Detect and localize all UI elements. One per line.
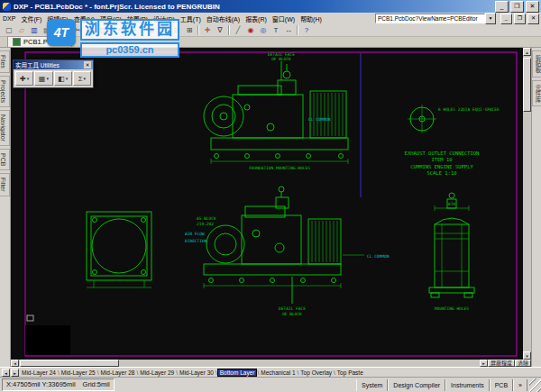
- cross-probe-icon: ✛: [205, 24, 211, 36]
- layer-tab-1[interactable]: Mid-Layer 25: [60, 369, 97, 376]
- clear-button[interactable]: 清除: [515, 360, 531, 367]
- view-selector-value: PCB1.PcbDoc?ViewName=PCBEditor: [375, 14, 485, 23]
- close-icon[interactable]: ✕: [84, 61, 91, 68]
- radiator-front-view: [87, 212, 151, 287]
- layer-scroll-left-icon[interactable]: ◄: [2, 369, 10, 377]
- room-tools-button[interactable]: Σ▾: [73, 71, 91, 86]
- layer-tab-bar: ◄ ► Mid-Layer 24\Mid-Layer 25\Mid-Layer …: [0, 367, 541, 377]
- panel-button-2[interactable]: Instruments: [445, 379, 490, 391]
- svg-text:DIRECTION: DIRECTION: [185, 239, 207, 243]
- left-panel-tab-strip: FilesProjectsNavigatorPCBFilter: [0, 48, 11, 367]
- horizontal-scroll-thumb[interactable]: [20, 360, 119, 367]
- new-document-icon: ▢: [5, 24, 13, 36]
- layer-tab-6[interactable]: Mechanical 1: [259, 369, 297, 376]
- resize-grip[interactable]: [529, 378, 541, 392]
- svg-text:CL COMMON: CL COMMON: [367, 254, 390, 259]
- layer-scroll-right-icon[interactable]: ►: [11, 369, 19, 377]
- utility-tools-button[interactable]: ✚▾: [15, 71, 33, 86]
- horizontal-scrollbar[interactable]: ◄ ► 屏蔽程度 清除: [11, 360, 531, 367]
- save-document-button[interactable]: ▥: [28, 24, 41, 36]
- engine-side-view-top: [204, 61, 348, 164]
- vertical-scroll-thumb[interactable]: [523, 58, 531, 112]
- sidebar-tab-files[interactable]: Files: [0, 50, 10, 73]
- place-pad-button[interactable]: ◉: [244, 24, 257, 36]
- svg-text:CL COMMON: CL COMMON: [308, 117, 331, 122]
- place-pad-icon: ◉: [248, 24, 254, 36]
- scroll-down-icon[interactable]: ▼: [523, 351, 531, 360]
- panel-button-0[interactable]: System: [356, 379, 388, 391]
- minimize-button[interactable]: _: [495, 1, 509, 13]
- pcb-editor-canvas[interactable]: DETAIL FACE OF BLOCK CL COMMON FOUNDATIO…: [11, 48, 523, 360]
- place-string-button[interactable]: T: [270, 24, 282, 36]
- panel-button-4[interactable]: »: [513, 379, 527, 391]
- scroll-right-icon[interactable]: ►: [480, 360, 488, 367]
- dropdown-arrow-icon: ▾: [84, 76, 87, 81]
- toolbar-separator: [197, 25, 199, 35]
- place-dimension-icon: ↔: [285, 24, 292, 36]
- svg-text:EXHAUST OUTLET CONNECTION: EXHAUST OUTLET CONNECTION: [405, 150, 480, 156]
- utility-tools-icon: ✚: [20, 75, 26, 83]
- help-button[interactable]: ?: [300, 24, 313, 36]
- maximize-button[interactable]: ❐: [510, 1, 524, 13]
- grid-setting: Grid:5mil: [83, 379, 110, 390]
- child-close-button[interactable]: ✕: [527, 14, 539, 24]
- new-document-button[interactable]: ▢: [3, 24, 15, 36]
- save-document-icon: ▥: [31, 24, 38, 36]
- sidebar-tab-navigator[interactable]: Navigator: [0, 110, 10, 146]
- dimension-tools-button[interactable]: ◧▾: [54, 71, 72, 86]
- layer-tabs: Mid-Layer 24\Mid-Layer 25\Mid-Layer 28\M…: [20, 369, 365, 377]
- utilities-title-bar[interactable]: 实用工具 Utilities ✕: [14, 60, 93, 69]
- mask-level-button[interactable]: 屏蔽程度: [488, 360, 515, 367]
- layer-tab-4[interactable]: Mid-Layer 30: [178, 369, 215, 376]
- menu-item-1[interactable]: 文件(F): [18, 13, 44, 24]
- child-window-controls: _ ❐ ✕: [500, 14, 541, 24]
- menu-item-9[interactable]: 报表(R): [243, 13, 270, 24]
- menu-item-0[interactable]: DXP: [0, 13, 18, 24]
- vertical-scrollbar[interactable]: ▲ ▼: [523, 48, 531, 360]
- menu-item-8[interactable]: 自动布线(A): [204, 13, 243, 24]
- place-via-icon: ◎: [261, 24, 267, 36]
- menu-item-7[interactable]: 工具(T): [178, 13, 204, 24]
- right-panel-tab-0[interactable]: 剪贴板: [532, 50, 541, 77]
- view-selector-combo[interactable]: PCB1.PcbDoc?ViewName=PCBEditor ▼: [375, 13, 496, 24]
- scroll-left-icon[interactable]: ◄: [11, 360, 19, 367]
- svg-text:6 HOLES 22DIA EQUI-SPACED: 6 HOLES 22DIA EQUI-SPACED: [438, 107, 500, 112]
- open-document-button[interactable]: ▱: [15, 24, 28, 36]
- vertical-scroll-track[interactable]: [523, 56, 531, 351]
- close-button[interactable]: ✕: [526, 1, 539, 13]
- layer-tab-0[interactable]: Mid-Layer 24: [20, 369, 58, 376]
- utilities-toolbar-window[interactable]: 实用工具 Utilities ✕ ✚▾▦▾◧▾Σ▾: [13, 59, 94, 88]
- panel-button-3[interactable]: PCB: [490, 379, 513, 391]
- place-dimension-button[interactable]: ↔: [282, 24, 295, 36]
- place-line-button[interactable]: ╱: [232, 24, 244, 36]
- dimension-tools-icon: ◧: [58, 75, 65, 83]
- layer-tab-3[interactable]: Mid-Layer 29: [138, 369, 176, 376]
- menu-item-11[interactable]: 帮助(H): [298, 13, 325, 24]
- sidebar-tab-pcb[interactable]: PCB: [0, 149, 10, 170]
- sidebar-tab-filter[interactable]: Filter: [0, 173, 10, 196]
- alignment-tools-button[interactable]: ▦▾: [34, 71, 52, 86]
- child-restore-button[interactable]: ❐: [514, 14, 526, 24]
- place-via-button[interactable]: ◎: [257, 24, 270, 36]
- drawing-labels: DETAIL FACE OF BLOCK CL COMMON FOUNDATIO…: [185, 52, 500, 316]
- filter-button[interactable]: ∇: [214, 24, 226, 36]
- horizontal-scroll-track[interactable]: [19, 360, 480, 367]
- fill-region: [25, 325, 70, 355]
- layer-tab-5[interactable]: Bottom Layer: [217, 369, 258, 377]
- child-minimize-button[interactable]: _: [500, 14, 512, 24]
- panel-button-1[interactable]: Design Compiler: [388, 379, 445, 391]
- origin-marker: [27, 315, 33, 321]
- svg-text:ITEM 10: ITEM 10: [431, 157, 452, 162]
- layer-tab-7[interactable]: Top Overlay: [298, 369, 334, 376]
- right-panel-tab-1[interactable]: 元件库: [532, 80, 541, 107]
- zoom-area-button[interactable]: ⊞: [183, 24, 196, 36]
- scroll-up-icon[interactable]: ▲: [523, 48, 531, 56]
- layer-tab-8[interactable]: Top Paste: [335, 369, 365, 376]
- layer-tab-2[interactable]: Mid-Layer 28: [99, 369, 137, 376]
- sidebar-tab-projects[interactable]: Projects: [0, 76, 10, 107]
- filter-icon: ∇: [217, 24, 222, 36]
- cross-probe-button[interactable]: ✛: [201, 24, 214, 36]
- svg-text:SCALE 1:10: SCALE 1:10: [426, 170, 456, 176]
- chevron-down-icon[interactable]: ▼: [485, 13, 496, 24]
- menu-item-10[interactable]: 窗口(W): [270, 13, 298, 24]
